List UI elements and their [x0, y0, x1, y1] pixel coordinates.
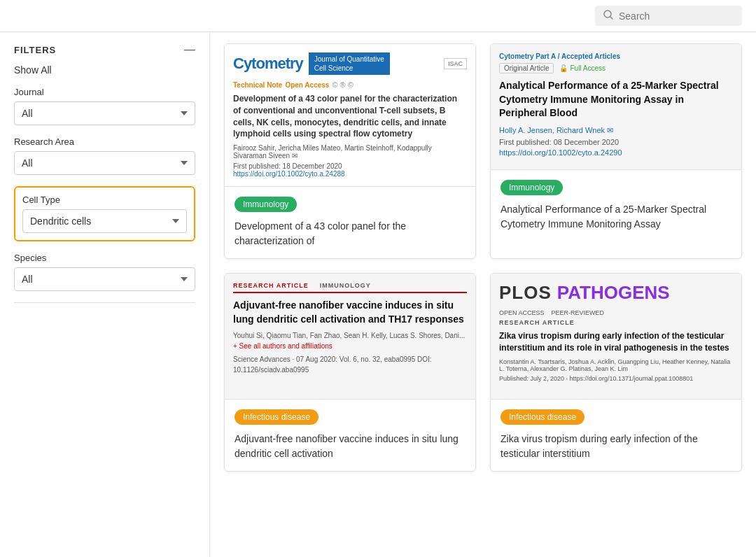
cytometry-logo: Cytometry: [233, 55, 303, 73]
open-access-indicator: Open Access: [285, 81, 329, 89]
card-body-4: Infectious disease Zika virus tropism du…: [491, 400, 741, 471]
thumb-title-1: Development of a 43 color panel for the …: [233, 93, 467, 140]
lock-icon: 🔓: [559, 64, 568, 72]
plos-header: PLOS PATHOGENS: [499, 282, 733, 304]
plos-pathogens: PATHOGENS: [557, 282, 670, 304]
filter-label-cell-type: Cell Type: [22, 195, 187, 205]
cytometry-part-a-header: Cytometry Part A / Accepted Articles: [499, 52, 733, 60]
tag-badge-2: Immunology: [500, 180, 563, 195]
filter-label-journal: Journal: [14, 87, 195, 97]
card-title-2: Analytical Performance of a 25-Marker Sp…: [500, 202, 732, 232]
sci-adv-details: Science Advances · 07 Aug 2020: Vol. 6, …: [233, 354, 467, 375]
thumb-authors-1: Fairooz Sahir, Jericha Miles Mateo, Mart…: [233, 144, 467, 160]
search-input[interactable]: [619, 10, 734, 22]
card-title-1: Development of a 43 color panel for the …: [234, 219, 465, 248]
filter-group-cell-type: Cell Type All Dendritic cells T cells B …: [14, 186, 195, 241]
show-all-link[interactable]: Show All: [14, 64, 195, 76]
article-card-4: PLOS PATHOGENS OPEN ACCESS PEER-REVIEWED…: [490, 273, 742, 472]
full-access-badge: 🔓 Full Access: [559, 64, 606, 72]
sidebar: FILTERS — Show All Journal All Research …: [0, 32, 210, 557]
full-access-text: Full Access: [570, 64, 606, 72]
plos-meta: OPEN ACCESS PEER-REVIEWED: [499, 309, 733, 316]
article-type-row-2: Original Article 🔓 Full Access: [499, 63, 733, 73]
filter-select-species[interactable]: All: [14, 267, 195, 291]
filter-select-journal[interactable]: All: [14, 101, 195, 125]
card-title-4: Zika virus tropism during early infectio…: [500, 432, 732, 461]
card-body-2: Immunology Analytical Performance of a 2…: [491, 170, 741, 258]
plos-logo: PLOS: [499, 282, 552, 304]
card-thumbnail-2: Cytometry Part A / Accepted Articles Ori…: [491, 44, 741, 170]
cytometry-subtitle: Journal of QuantitativeCell Science: [309, 52, 390, 75]
search-box[interactable]: [595, 6, 742, 26]
cytometry-header: Cytometry Journal of QuantitativeCell Sc…: [233, 52, 467, 75]
cyto-a-title: Analytical Performance of a 25-Marker Sp…: [499, 79, 733, 120]
svg-line-1: [610, 17, 612, 19]
tag-badge-1: Immunology: [234, 197, 297, 212]
thumb-doi-1[interactable]: https://doi.org/10.1002/cyto.a.24288: [233, 170, 467, 178]
search-icon: [603, 10, 613, 22]
filter-group-research-area: Research Area All: [14, 136, 195, 175]
card-title-3: Adjuvant-free nanofiber vaccine induces …: [234, 432, 465, 461]
sidebar-header: FILTERS —: [14, 43, 195, 56]
sci-adv-title: Adjuvant-free nanofiber vaccine induces …: [233, 299, 467, 326]
content-area: Cytometry Journal of QuantitativeCell Sc…: [210, 32, 756, 557]
filter-select-cell-type[interactable]: All Dendritic cells T cells B cells NK c…: [22, 209, 187, 233]
filter-group-species: Species All: [14, 253, 195, 291]
card-body-1: Immunology Development of a 43 color pan…: [225, 187, 475, 258]
thumb-date-1: First published: 18 December 2020: [233, 162, 467, 170]
plos-authors: Konstantin A. Tsartsaris, Joshua A. Ackl…: [499, 358, 733, 372]
plos-article-type: RESEARCH ARTICLE: [499, 319, 733, 326]
cyto-a-authors: Holly A. Jensen, Richard Wnek ✉: [499, 126, 733, 135]
filter-label-species: Species: [14, 253, 195, 263]
cytometry-isac: ISAC: [444, 58, 467, 69]
article-type-badge: Original Article: [499, 63, 554, 73]
header: [0, 0, 756, 32]
sci-adv-more-authors: + See all authors and affiliations: [233, 342, 467, 350]
access-icons: © ® ©: [332, 80, 353, 89]
article-card-3: RESEARCH ARTICLE IMMUNOLOGY Adjuvant-fre…: [224, 273, 476, 472]
immunology-label: IMMUNOLOGY: [320, 282, 371, 289]
card-thumbnail-4: PLOS PATHOGENS OPEN ACCESS PEER-REVIEWED…: [491, 274, 741, 400]
filter-select-research-area[interactable]: All: [14, 151, 195, 175]
filters-title: FILTERS: [14, 45, 56, 55]
cyto-a-date: First published: 08 December 2020: [499, 138, 733, 146]
plos-meta-1: OPEN ACCESS: [499, 309, 545, 316]
card-thumbnail-1: Cytometry Journal of QuantitativeCell Sc…: [225, 44, 475, 187]
main-layout: FILTERS — Show All Journal All Research …: [0, 32, 756, 557]
tag-badge-3: Infectious disease: [234, 409, 318, 425]
open-access-label: Technical Note: [233, 81, 282, 89]
plos-date-doi: Published: July 2, 2020 · https://doi.or…: [499, 375, 733, 382]
collapse-icon[interactable]: —: [184, 43, 195, 56]
filter-group-journal: Journal All: [14, 87, 195, 125]
open-access-bar-1: Technical Note Open Access © ® ©: [233, 80, 467, 89]
tag-badge-4: Infectious disease: [500, 409, 584, 425]
card-thumbnail-3: RESEARCH ARTICLE IMMUNOLOGY Adjuvant-fre…: [225, 274, 475, 400]
plos-meta-2: PEER-REVIEWED: [552, 309, 605, 316]
science-adv-header: RESEARCH ARTICLE IMMUNOLOGY: [233, 282, 467, 293]
article-card-1: Cytometry Journal of QuantitativeCell Sc…: [224, 43, 476, 259]
sidebar-divider: [14, 302, 195, 303]
plos-title: Zika virus tropism during early infectio…: [499, 330, 733, 354]
cyto-a-doi[interactable]: https://doi.org/10.1002/cyto.a.24290: [499, 148, 733, 157]
research-article-label: RESEARCH ARTICLE: [233, 282, 309, 289]
card-body-3: Infectious disease Adjuvant-free nanofib…: [225, 400, 475, 471]
filter-label-research-area: Research Area: [14, 136, 195, 147]
sci-adv-authors: Youhui Si, Qiaomu Tian, Fan Zhao, Sean H…: [233, 332, 467, 339]
article-card-2: Cytometry Part A / Accepted Articles Ori…: [490, 43, 742, 259]
